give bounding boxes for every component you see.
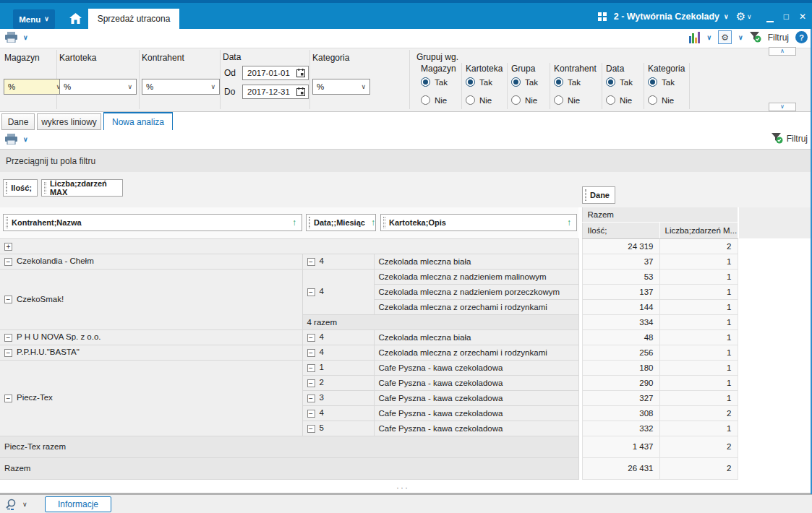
- pivot-value-cell: 290: [582, 375, 659, 390]
- collapse-icon[interactable]: −: [307, 349, 315, 357]
- grupuj-magazyn-label: Magazyn: [421, 64, 456, 74]
- collapse-icon[interactable]: −: [307, 364, 315, 372]
- settings-gear-icon[interactable]: ⚙∨: [736, 10, 752, 23]
- collapse-icon[interactable]: −: [4, 334, 12, 342]
- collapse-icon[interactable]: −: [4, 395, 12, 402]
- value-header-liczba[interactable]: Liczba;zdarzeń M...: [659, 222, 738, 238]
- pivot-rowheader-total: Razem: [0, 457, 578, 479]
- radio-unselected-icon: [554, 95, 563, 105]
- tab-nowa-analiza[interactable]: Nowa analiza: [103, 112, 173, 130]
- expand-filter-panel-button[interactable]: ∨: [769, 103, 796, 111]
- radio-data-nie[interactable]: Nie: [606, 95, 632, 105]
- collapse-icon[interactable]: −: [4, 296, 12, 303]
- kontrahent-value: %: [146, 82, 153, 91]
- chevron-down-icon: ∨: [23, 34, 28, 41]
- radio-grupa-tak[interactable]: Tak: [511, 77, 538, 87]
- tab-wykres-liniowy[interactable]: wykres liniowy: [37, 113, 101, 130]
- sort-ascending-icon[interactable]: ↑: [561, 217, 571, 228]
- minimize-button[interactable]: [766, 12, 774, 22]
- measure-field-ilosc[interactable]: Ilość;: [3, 179, 38, 197]
- radio-kontrahent-nie[interactable]: Nie: [554, 95, 580, 105]
- print-button[interactable]: ∨: [4, 32, 28, 43]
- radio-data-tak[interactable]: Tak: [606, 77, 633, 87]
- pivot-rowheader-month: −4: [302, 405, 374, 421]
- maximize-button[interactable]: □: [784, 12, 789, 22]
- pivot-rowheader-subtotal: 4 razem: [302, 314, 578, 329]
- kontrahent-select[interactable]: %∨: [142, 79, 220, 95]
- kartoteka-select[interactable]: %∨: [59, 79, 137, 95]
- collapse-icon[interactable]: −: [307, 395, 315, 402]
- kategoria-select[interactable]: %∨: [312, 79, 370, 95]
- radio-unselected-icon: [606, 95, 615, 105]
- pivot-rowheader-month: −5: [302, 421, 374, 436]
- radio-kontrahent-tak[interactable]: Tak: [554, 77, 581, 87]
- pivot-value-cell: 24 319: [582, 238, 659, 254]
- filtruj-button[interactable]: Filtruj: [768, 33, 789, 43]
- radio-magazyn-nie[interactable]: Nie: [421, 95, 447, 105]
- home-icon[interactable]: [69, 13, 82, 26]
- collapse-icon[interactable]: −: [4, 258, 12, 266]
- radio-kartoteka-tak[interactable]: Tak: [466, 77, 492, 87]
- radio-unselected-icon: [421, 95, 430, 105]
- radio-unselected-icon: [648, 95, 657, 105]
- pivot-value-cell: 1: [659, 345, 738, 360]
- filter-drop-zone[interactable]: Przeciągnij tu pola filtru: [0, 149, 812, 172]
- radio-kategoria-tak[interactable]: Tak: [648, 77, 675, 87]
- value-header-ilosc[interactable]: Ilość;: [582, 222, 659, 238]
- splitter-handle[interactable]: ···: [396, 483, 409, 493]
- company-selector[interactable]: 2 - Wytwórnia Czekolady ∨: [614, 12, 729, 22]
- document-tab[interactable]: Sprzedaż utracona: [88, 9, 179, 29]
- chevron-down-icon: ∨: [361, 83, 366, 90]
- app-grid-icon[interactable]: [598, 12, 607, 21]
- pivot-value-cell: 2: [659, 238, 738, 254]
- expand-icon[interactable]: +: [4, 243, 12, 251]
- filter-icon: [772, 133, 783, 144]
- measure-field-liczba-zdarzen[interactable]: Liczba;zdarzeń MAX: [41, 179, 123, 197]
- radio-unselected-icon: [466, 95, 475, 105]
- informacje-button[interactable]: Informacje: [45, 496, 111, 512]
- pivot-value-cell: 1: [659, 314, 738, 329]
- collapse-icon[interactable]: −: [307, 288, 315, 296]
- zoom-tool-button[interactable]: ∨: [5, 498, 27, 511]
- radio-kartoteka-nie[interactable]: Nie: [466, 95, 492, 105]
- pivot-value-cell: 137: [582, 284, 659, 299]
- date-to-input[interactable]: 2017-12-31: [242, 85, 309, 99]
- filtruj-analysis-button[interactable]: Filtruj: [787, 134, 808, 144]
- pivot-table: Kontrahent;Nazwa↑ Data;;Miesiąc↑ Kartote…: [0, 207, 738, 480]
- row-field-kartoteka-opis[interactable]: Kartoteka;Opis↑: [380, 214, 577, 231]
- column-total-header: Razem: [582, 207, 738, 222]
- menu-button[interactable]: Menu ∨: [13, 9, 55, 29]
- sort-ascending-icon[interactable]: ↑: [286, 217, 296, 228]
- collapse-icon[interactable]: −: [307, 258, 315, 266]
- collapse-icon[interactable]: −: [307, 379, 315, 387]
- chevron-down-icon: ∨: [210, 83, 215, 90]
- magazyn-select[interactable]: %∨: [4, 79, 65, 95]
- pivot-rowheader-month: −2: [302, 375, 374, 390]
- analysis-settings-icon[interactable]: ⚙: [718, 30, 732, 44]
- pivot-value-cell: 2: [659, 405, 738, 421]
- close-button[interactable]: ✕: [799, 12, 806, 22]
- help-icon[interactable]: ?: [795, 31, 808, 43]
- collapse-icon[interactable]: −: [307, 334, 315, 342]
- tab-dane[interactable]: Dane: [1, 113, 35, 130]
- sort-ascending-icon[interactable]: ↑: [365, 217, 375, 228]
- pivot-value-cell: 1: [659, 390, 738, 405]
- print-analysis-button[interactable]: ∨: [4, 134, 28, 145]
- collapse-icon[interactable]: −: [307, 425, 315, 433]
- collapse-filter-panel-button[interactable]: ∧: [769, 47, 796, 56]
- column-area-field-dane[interactable]: Dane: [582, 186, 615, 204]
- chevron-down-icon[interactable]: ∨: [706, 34, 711, 41]
- radio-kategoria-nie[interactable]: Nie: [648, 95, 674, 105]
- collapse-icon[interactable]: −: [4, 349, 12, 357]
- row-field-kontrahent-nazwa[interactable]: Kontrahent;Nazwa↑: [3, 214, 302, 231]
- collapse-icon[interactable]: −: [307, 410, 315, 418]
- calendar-icon: [296, 87, 305, 96]
- pivot-value-cell: 2: [659, 436, 738, 457]
- chevron-down-icon[interactable]: ∨: [738, 34, 743, 41]
- chart-type-icon[interactable]: [689, 32, 700, 43]
- magazyn-label: Magazyn: [4, 53, 40, 63]
- row-field-data-miesiac[interactable]: Data;;Miesiąc↑: [306, 214, 376, 231]
- radio-magazyn-tak[interactable]: Tak: [421, 77, 448, 87]
- radio-grupa-nie[interactable]: Nie: [511, 95, 537, 105]
- date-from-input[interactable]: 2017-01-01: [242, 66, 309, 80]
